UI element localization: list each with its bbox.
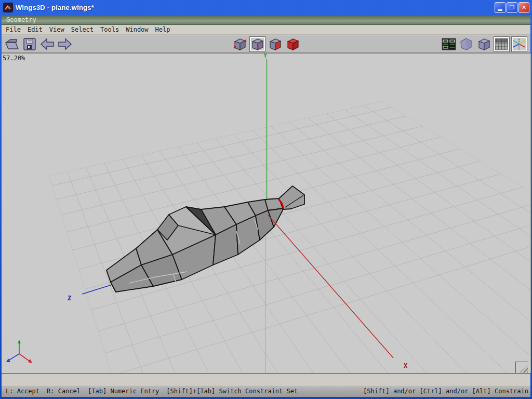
vertex-select-button[interactable] — [232, 36, 248, 52]
selection-mode-group — [232, 36, 301, 52]
geometry-graph-button[interactable] — [441, 36, 457, 52]
status-right-cancel: R: Cancel — [47, 388, 81, 395]
status-left-accept: L: Accept — [6, 388, 39, 395]
z-axis-label: Z — [68, 295, 71, 302]
minimize-button[interactable] — [495, 2, 506, 13]
file-tool-group — [4, 36, 73, 52]
axes-toggle-icon — [512, 37, 526, 51]
3d-viewport[interactable]: 57.20% — [2, 54, 531, 374]
menu-tools[interactable]: Tools — [100, 26, 119, 33]
edge-select-mode-icon — [250, 37, 264, 51]
window-controls: ❐ ✕ — [495, 2, 529, 13]
close-button[interactable]: ✕ — [518, 2, 529, 13]
restore-button[interactable]: ❐ — [507, 2, 517, 13]
toolbar — [2, 35, 530, 54]
geometry-graph-icon — [442, 38, 456, 50]
undo-arrow-icon — [40, 38, 55, 50]
open-file-button[interactable] — [4, 36, 20, 52]
wings3d-window: Wings3D - plane.wings* ❐ ✕ Geometry File… — [0, 0, 532, 399]
viewport-resize-grip[interactable] — [515, 362, 528, 373]
titlebar: Wings3D - plane.wings* ❐ ✕ — [0, 0, 532, 15]
undo-button[interactable] — [39, 36, 55, 52]
status-tab-numeric-entry: [Tab] Numeric Entry — [88, 388, 159, 395]
status-switch-constraint-set: [Shift]+[Tab] Switch Constraint Set — [166, 388, 298, 395]
flat-shaded-icon — [477, 37, 491, 51]
zoom-level-label: 57.20% — [3, 55, 25, 62]
resize-grip-icon — [520, 365, 528, 373]
menubar: File Edit View Select Tools Window Help — [2, 25, 530, 35]
geometry-window-title: Geometry — [6, 16, 36, 23]
face-select-mode-icon — [268, 37, 282, 51]
wings3d-app-icon — [3, 3, 13, 12]
open-file-icon — [5, 38, 19, 50]
menu-file[interactable]: File — [6, 26, 21, 33]
save-file-icon — [23, 37, 36, 51]
menu-help[interactable]: Help — [155, 26, 170, 33]
window-title: Wings3D - plane.wings* — [16, 4, 94, 11]
menu-window[interactable]: Window — [126, 26, 148, 33]
y-axis-label: Y — [263, 54, 268, 59]
statusbar: L: Accept R: Cancel [Tab] Numeric Entry … — [2, 385, 530, 397]
menu-edit[interactable]: Edit — [28, 26, 43, 33]
redo-arrow-icon — [58, 38, 72, 50]
vertex-select-mode-icon — [233, 37, 247, 51]
orientation-axes-indicator — [6, 340, 32, 363]
view-tool-group — [441, 36, 527, 52]
ground-plane-toggle-icon — [495, 38, 509, 50]
ground-grid — [49, 68, 530, 373]
x-axis-line — [268, 215, 393, 358]
smooth-shaded-button[interactable] — [458, 36, 474, 52]
face-select-button[interactable] — [267, 36, 283, 52]
geometry-window-header[interactable]: Geometry — [2, 15, 530, 25]
redo-button[interactable] — [57, 36, 73, 52]
edge-select-button[interactable] — [249, 36, 265, 52]
flat-shaded-button[interactable] — [476, 36, 492, 52]
lower-margin-strip — [2, 374, 530, 385]
restore-icon: ❐ — [510, 4, 515, 11]
menu-select[interactable]: Select — [71, 26, 94, 33]
smooth-shaded-icon — [459, 37, 473, 51]
save-file-button[interactable] — [21, 36, 37, 52]
close-icon: ✕ — [522, 4, 526, 11]
x-axis-label: X — [404, 362, 408, 369]
plane-model[interactable] — [107, 186, 304, 292]
ground-plane-toggle-button[interactable] — [494, 36, 510, 52]
menu-view[interactable]: View — [49, 26, 64, 33]
axes-toggle-button[interactable] — [511, 36, 527, 52]
status-constrain-hint: [Shift] and/or [Ctrl] and/or [Alt] Const… — [363, 388, 528, 395]
body-select-button[interactable] — [285, 36, 301, 52]
status-hints: L: Accept R: Cancel [Tab] Numeric Entry … — [6, 388, 298, 395]
body-select-mode-icon — [286, 37, 300, 51]
minimize-icon — [498, 9, 502, 11]
scene-canvas: Y X Z — [2, 54, 530, 373]
